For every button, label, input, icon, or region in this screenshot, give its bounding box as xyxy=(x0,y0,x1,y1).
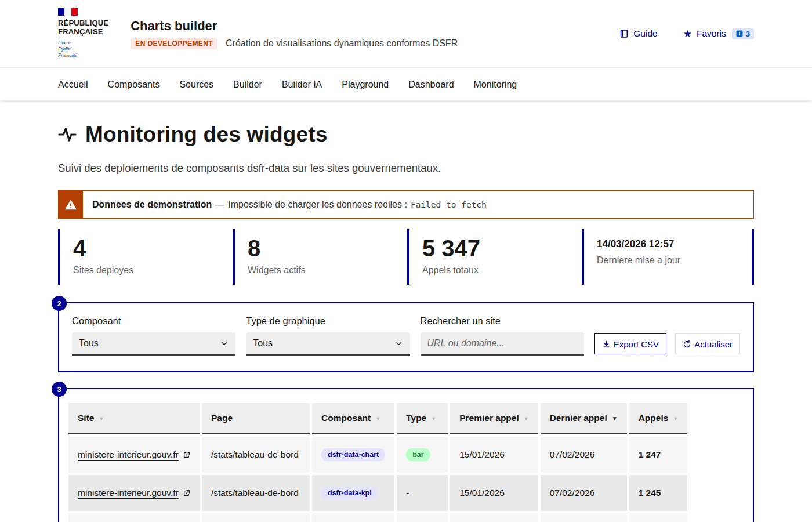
service-title: Charts builder xyxy=(130,19,458,34)
stat-derniere-mise-a-jour: 14/03/2026 12:57 Derniere mise a jour xyxy=(582,229,754,285)
column-header-composant[interactable]: Composant▼ xyxy=(312,403,394,434)
column-header-premier-appel[interactable]: Premier appel▼ xyxy=(450,403,538,434)
external-link-icon xyxy=(183,451,190,459)
section-number-badge: 2 xyxy=(52,296,67,311)
stat-value: 5 347 xyxy=(422,235,579,262)
stat-value: 4 xyxy=(73,235,230,262)
nav-item-playground[interactable]: Playground xyxy=(342,79,389,90)
page-cell: /stats/tableau-de-bord xyxy=(202,475,310,511)
type-select-value: Tous xyxy=(253,338,273,349)
stat-value: 14/03/2026 12:57 xyxy=(597,238,752,250)
sort-icon: ▼ xyxy=(673,416,678,422)
alert-title: Donnees de demonstration xyxy=(92,200,212,210)
composant-select-value: Tous xyxy=(79,338,99,349)
search-site-input[interactable] xyxy=(420,332,584,356)
composant-select[interactable]: Tous xyxy=(72,332,235,356)
column-header-site[interactable]: Site▼ xyxy=(68,403,200,434)
composant-badge: dsfr-data-kpi xyxy=(321,487,378,499)
stat-widgets-actifs: 8 Widgets actifs xyxy=(233,229,405,285)
alert-separator: — xyxy=(215,200,224,210)
download-icon xyxy=(602,340,611,349)
appels-cell: 1 247 xyxy=(629,437,688,473)
table-row-partial xyxy=(68,513,687,522)
favoris-badge-icon xyxy=(736,30,743,37)
nav-item-builder-ia[interactable]: Builder IA xyxy=(282,79,322,90)
stat-appels-totaux: 5 347 Appels totaux xyxy=(407,229,579,285)
chevron-down-icon xyxy=(220,339,229,348)
republic-text-line2: FRANÇAISE xyxy=(58,28,108,37)
column-header-type[interactable]: Type▼ xyxy=(397,403,448,434)
site-link[interactable]: ministere-interieur.gouv.fr xyxy=(78,449,190,460)
page-cell: /stats/tableau-de-bord xyxy=(202,437,310,473)
book-icon xyxy=(619,29,629,38)
nav-item-dashboard[interactable]: Dashboard xyxy=(408,79,454,90)
column-header-appels[interactable]: Appels▼ xyxy=(629,403,688,434)
table-row: ministere-interieur.gouv.fr /stats/table… xyxy=(68,475,687,511)
warning-alert: Donnees de demonstration — Impossible de… xyxy=(58,190,754,219)
favoris-link[interactable]: ★ Favoris 3 xyxy=(683,28,754,39)
premier-appel-cell: 15/01/2026 xyxy=(450,475,538,511)
stats-row: 4 Sites deployes 8 Widgets actifs 5 347 … xyxy=(58,229,754,285)
service-tagline: Création de visualisations dynamiques co… xyxy=(226,38,458,49)
page-subtitle: Suivi des deploiements de composants dsf… xyxy=(58,162,754,175)
sort-icon: ▼ xyxy=(99,416,104,422)
refresh-button[interactable]: Actualiser xyxy=(675,334,740,354)
marianne-logo: RÉPUBLIQUE FRANÇAISE Liberté Égalité Fra… xyxy=(58,8,108,59)
dernier-appel-cell: 07/02/2026 xyxy=(541,475,627,511)
nav-item-sources[interactable]: Sources xyxy=(179,79,213,90)
motto: Liberté Égalité Fraternité xyxy=(58,40,108,59)
stat-label: Appels totaux xyxy=(422,265,579,276)
monitoring-table-section: 3 Site▼ Page Composant▼ xyxy=(58,388,754,522)
appels-cell: 1 245 xyxy=(629,475,688,511)
premier-appel-cell: 15/01/2026 xyxy=(450,437,538,473)
guide-link[interactable]: Guide xyxy=(619,28,657,39)
nav-item-accueil[interactable]: Accueil xyxy=(58,79,88,90)
nav-item-monitoring[interactable]: Monitoring xyxy=(474,79,517,90)
composant-filter-label: Composant xyxy=(72,316,235,327)
export-csv-button[interactable]: Export CSV xyxy=(594,334,666,354)
main-navigation: Accueil Composants Sources Builder Build… xyxy=(0,68,812,100)
page-title: Monitoring des widgets xyxy=(85,122,328,147)
stat-sites-deployes: 4 Sites deployes xyxy=(58,229,230,285)
sort-icon: ▼ xyxy=(431,416,436,422)
search-site-label: Rechercher un site xyxy=(420,316,584,327)
french-flag-icon xyxy=(58,8,78,16)
star-icon: ★ xyxy=(683,29,692,39)
alert-error-code: Failed to fetch xyxy=(411,200,487,209)
column-header-dernier-appel[interactable]: Dernier appel▼ xyxy=(541,403,627,434)
monitoring-table: Site▼ Page Composant▼ Type▼ Premier appe… xyxy=(66,401,690,522)
filters-section: 2 Composant Tous Type de graphique Tous xyxy=(58,302,754,372)
alert-message: Impossible de charger les donnees reelle… xyxy=(228,200,407,210)
sort-icon-active: ▼ xyxy=(612,415,618,422)
type-badge: bar xyxy=(406,448,430,461)
section-number-badge: 3 xyxy=(52,382,67,397)
stat-label: Derniere mise a jour xyxy=(597,255,752,266)
republic-text-line1: RÉPUBLIQUE xyxy=(58,19,108,28)
dernier-appel-cell: 07/02/2026 xyxy=(541,437,627,473)
sort-icon: ▼ xyxy=(524,416,529,422)
favoris-count-badge: 3 xyxy=(732,28,754,39)
refresh-icon xyxy=(683,340,691,349)
type-filter-label: Type de graphique xyxy=(246,316,409,327)
table-row: ministere-interieur.gouv.fr /stats/table… xyxy=(68,437,687,473)
table-header-row: Site▼ Page Composant▼ Type▼ Premier appe… xyxy=(68,403,687,434)
stat-value: 8 xyxy=(248,235,405,262)
nav-item-builder[interactable]: Builder xyxy=(233,79,262,90)
external-link-icon xyxy=(183,490,190,497)
composant-badge: dsfr-data-chart xyxy=(321,448,385,461)
app-header: RÉPUBLIQUE FRANÇAISE Liberté Égalité Fra… xyxy=(0,0,812,68)
nav-item-composants[interactable]: Composants xyxy=(108,79,160,90)
warning-icon xyxy=(59,191,83,218)
column-header-page[interactable]: Page xyxy=(202,403,310,434)
stat-label: Widgets actifs xyxy=(248,265,405,276)
dev-status-badge: EN DEVELOPPEMENT xyxy=(130,38,217,49)
type-cell: - xyxy=(397,475,448,511)
sort-icon: ▼ xyxy=(375,416,380,422)
type-select[interactable]: Tous xyxy=(246,332,409,356)
stat-label: Sites deployes xyxy=(73,265,230,276)
chevron-down-icon xyxy=(394,339,403,348)
site-link[interactable]: ministere-interieur.gouv.fr xyxy=(78,488,190,498)
pulse-icon xyxy=(58,125,77,144)
